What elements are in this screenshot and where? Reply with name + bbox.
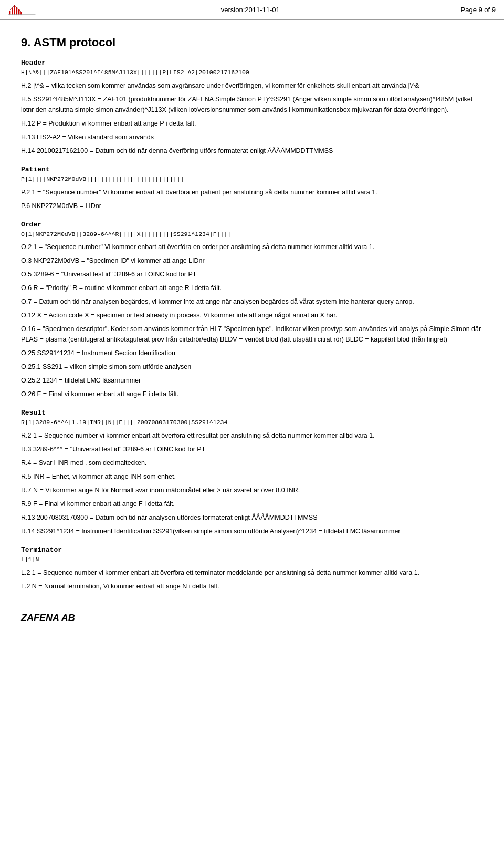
order-line1: O|1|NKP272M0dVB||3289-6^^^R|||||X|||||||… bbox=[21, 230, 483, 239]
o5-text: O.5 3289-6 = "Universal test id" 3289-6 … bbox=[21, 269, 483, 280]
version-label: version:2011-11-01 bbox=[221, 6, 280, 14]
o6-text: O.6 R = "Priority" R = routine vi kommer… bbox=[21, 283, 483, 293]
version-text: version:2011-11-01 bbox=[221, 6, 280, 14]
top-bar-left bbox=[8, 2, 40, 17]
logo-chart-area bbox=[8, 2, 40, 17]
header-label: Header bbox=[21, 59, 483, 67]
r14-text: R.14 SS291^1234 = Instrument Identificat… bbox=[21, 526, 483, 536]
h14-text: H.14 20100217162100 = Datum och tid när … bbox=[21, 146, 483, 156]
r7-text: R.7 N = Vi kommer ange N för Normalt sva… bbox=[21, 485, 483, 495]
o26-text: O.26 F = Final vi kommer enbart att ange… bbox=[21, 389, 483, 399]
h12-text: H.12 P = Produktion vi kommer enbart att… bbox=[21, 118, 483, 129]
svg-rect-2 bbox=[14, 5, 15, 14]
main-content: 9. ASTM protocol Header H|\^&|||ZAF101^S… bbox=[0, 20, 504, 645]
h2-text: H.2 |\^& = vilka tecken som kommer använ… bbox=[21, 80, 483, 91]
r9-text: R.9 F = Final vi kommer enbart att ange … bbox=[21, 499, 483, 509]
page-number: Page 9 of 9 bbox=[461, 6, 496, 14]
patient-line1: P|1||||NKP272M0dVB||||||||||||||||||||||… bbox=[21, 174, 483, 184]
r2-text: R.2 1 = Sequence number vi kommer enbart… bbox=[21, 430, 483, 441]
page-info: Page 9 of 9 bbox=[461, 6, 496, 14]
svg-rect-5 bbox=[20, 12, 22, 14]
l2-text: L.2 1 = Sequence number vi kommer enbart… bbox=[21, 567, 483, 578]
page-wrapper: version:2011-11-01 Page 9 of 9 9. ASTM p… bbox=[0, 0, 504, 857]
o12-text: O.12 X = Action code X = specimen or tes… bbox=[21, 310, 483, 321]
svg-rect-3 bbox=[16, 7, 18, 15]
footer-logo: ZAFENA AB bbox=[21, 613, 483, 624]
r3-text: R.3 3289-6^^^ = "Universal test id" 3289… bbox=[21, 444, 483, 455]
svg-rect-0 bbox=[9, 11, 11, 15]
svg-rect-1 bbox=[12, 8, 13, 14]
p6-text: P.6 NKP272M0dVB = LIDnr bbox=[21, 201, 483, 211]
o7-text: O.7 = Datum och tid när analysen begärde… bbox=[21, 296, 483, 307]
header-line1: H|\^&|||ZAF101^SS291^I485M^J113X|||||||P… bbox=[21, 68, 483, 77]
h13-text: H.13 LIS2-A2 = Vilken standard som använ… bbox=[21, 132, 483, 142]
o2-text: O.2 1 = "Sequence number" Vi kommer enba… bbox=[21, 242, 483, 252]
h5-text: H.5 SS291^I485M^J113X = ZAF101 (produktn… bbox=[21, 94, 483, 115]
terminator-label: Terminator bbox=[21, 546, 483, 554]
top-bar: version:2011-11-01 Page 9 of 9 bbox=[0, 0, 504, 19]
patient-label: Patient bbox=[21, 166, 483, 173]
l2n-text: L.2 N = Normal termination, Vi kommer en… bbox=[21, 581, 483, 592]
o251-text: O.25.1 SS291 = vilken simple simon som u… bbox=[21, 362, 483, 372]
result-label: Result bbox=[21, 409, 483, 417]
o25-text: O.25 SS291^1234 = Instrument Section Ide… bbox=[21, 348, 483, 358]
r13-text: R.13 20070803170300 = Datum och tid när … bbox=[21, 512, 483, 523]
terminator-line1: L|1|N bbox=[21, 555, 483, 564]
result-line1: R|1|3289-6^^^|1.19|INR||N||F||||20070803… bbox=[21, 418, 483, 427]
o3-text: O.3 NKP272M0dVB = "Specimen ID" vi komme… bbox=[21, 255, 483, 266]
r5-text: R.5 INR = Enhet, vi kommer att ange INR … bbox=[21, 471, 483, 482]
o16-text: O.16 = "Specimen descriptor". Koder som … bbox=[21, 324, 483, 345]
section-title: 9. ASTM protocol bbox=[21, 36, 483, 49]
order-label: Order bbox=[21, 221, 483, 229]
p2-text: P.2 1 = "Sequence number" Vi kommer enba… bbox=[21, 187, 483, 198]
r4-text: R.4 = Svar i INR med . som decimaltecken… bbox=[21, 458, 483, 468]
o252-text: O.25.2 1234 = tilldelat LMC läsarnummer bbox=[21, 375, 483, 386]
